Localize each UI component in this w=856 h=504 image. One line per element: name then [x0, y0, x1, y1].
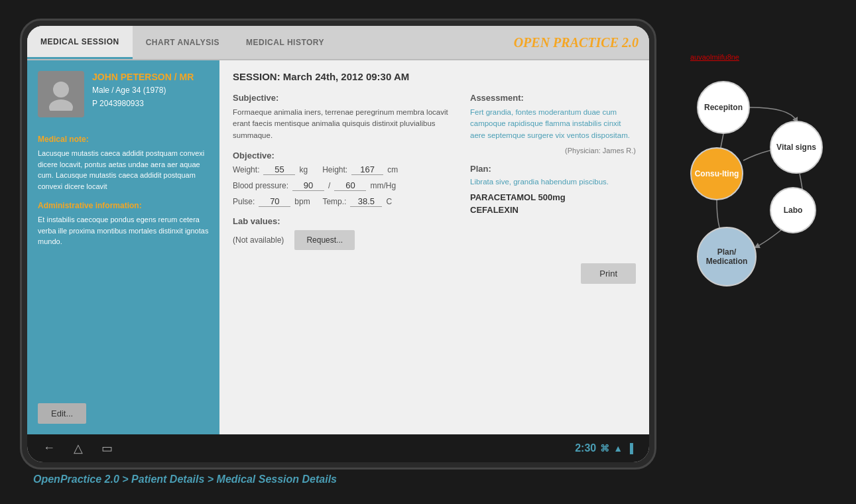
node-consulting[interactable]: Consu-lting: [690, 147, 743, 200]
medication-2: CEFALEXIN: [470, 205, 636, 215]
plan-text: Librata sive, grandia habendum piscibus.: [470, 178, 636, 186]
bp-row: Blood pressure: / mm/Hg: [233, 180, 454, 191]
edit-button[interactable]: Edit...: [38, 403, 86, 424]
medication-1: PARACETAMOL 500mg: [470, 192, 636, 202]
app-title: OPEN PRACTICE 2.0: [514, 26, 649, 59]
flow-link[interactable]: auvaolmiifu8ne: [690, 53, 836, 61]
edit-btn-container: Edit...: [38, 393, 209, 424]
pulse-unit: bpm: [294, 197, 310, 206]
weight-row: Weight: kg Height: cm: [233, 164, 454, 175]
tab-medical-session[interactable]: MEDICAL SESSION: [27, 26, 133, 59]
assessment-text: Fert grandia, fontes moderantum duae cum…: [470, 107, 636, 141]
bottom-row: Print: [233, 263, 636, 284]
objective-section: Objective: Weight: kg Height: cm: [233, 151, 454, 207]
node-labo[interactable]: Labo: [770, 187, 816, 233]
physician-note: (Physician: James R.): [470, 147, 636, 155]
node-reception[interactable]: Recepiton: [697, 81, 750, 134]
left-panel: JOHN PETERSON / MR Male / Age 34 (1978) …: [27, 60, 219, 434]
session-content: Subjective: Formaeque animalia iners, te…: [233, 93, 636, 250]
bp-label: Blood pressure:: [233, 181, 288, 190]
plan-heading: Plan:: [470, 164, 636, 174]
medical-note-label: Medical note:: [38, 135, 209, 144]
session-right-col: Assessment: Fert grandia, fontes moderan…: [470, 93, 636, 250]
tab-bar: MEDICAL SESSION CHART ANALYSIS MEDICAL H…: [27, 26, 649, 60]
right-panel: SESSION: March 24th, 2012 09:30 AM Subje…: [219, 60, 649, 434]
tab-chart-analysis[interactable]: CHART ANALYSIS: [133, 26, 233, 59]
time-display: 2:30: [575, 442, 596, 454]
request-button[interactable]: Request...: [294, 230, 355, 250]
lab-values-status: (Not available): [233, 235, 284, 245]
bp-diastolic-input[interactable]: [334, 180, 366, 191]
tab-medical-history[interactable]: MEDICAL HISTORY: [233, 26, 337, 59]
signal-icon: ▲: [613, 443, 623, 454]
lab-values-section: Lab values: (Not available) Request...: [233, 216, 454, 250]
patient-header: JOHN PETERSON / MR Male / Age 34 (1978) …: [38, 71, 209, 117]
lab-values-row: (Not available) Request...: [233, 230, 454, 250]
weight-label: Weight:: [233, 165, 259, 174]
assessment-heading: Assessment:: [470, 93, 636, 103]
nav-icons: ← △ ▭: [43, 441, 113, 456]
admin-info-label: Administrative information:: [38, 201, 209, 210]
patient-info: JOHN PETERSON / MR Male / Age 34 (1978) …: [92, 71, 209, 108]
pulse-label: Pulse:: [233, 197, 255, 206]
weight-unit: kg: [299, 165, 308, 174]
objective-heading: Objective:: [233, 151, 454, 160]
weight-input[interactable]: [263, 164, 295, 175]
patient-name: JOHN PETERSON / MR: [92, 71, 209, 83]
session-left-col: Subjective: Formaeque animalia iners, te…: [233, 93, 454, 250]
battery-icon: ▐: [627, 443, 633, 454]
lab-values-heading: Lab values:: [233, 216, 454, 226]
recent-icon[interactable]: ▭: [101, 441, 113, 456]
node-vital-signs[interactable]: Vital signs: [770, 121, 823, 174]
svg-point-0: [53, 82, 69, 97]
subjective-text: Formaeque animalia iners, terrenae pereg…: [233, 107, 454, 141]
tablet-screen: MEDICAL SESSION CHART ANALYSIS MEDICAL H…: [27, 26, 649, 462]
wifi-icon: ⌘: [600, 443, 609, 454]
temp-label: Temp.:: [322, 197, 346, 206]
android-nav-bar: ← △ ▭ 2:30 ⌘ ▲ ▐: [27, 434, 649, 462]
tablet-frame: MEDICAL SESSION CHART ANALYSIS MEDICAL H…: [20, 19, 656, 470]
bp-separator: /: [328, 181, 330, 190]
height-label: Height:: [322, 165, 347, 174]
pulse-input[interactable]: [259, 196, 290, 207]
print-button[interactable]: Print: [581, 263, 636, 284]
avatar: [38, 71, 84, 117]
session-title: SESSION: March 24th, 2012 09:30 AM: [233, 71, 636, 82]
back-icon[interactable]: ←: [43, 441, 55, 456]
status-bar: 2:30 ⌘ ▲ ▐: [575, 442, 633, 454]
breadcrumb: OpenPractice 2.0 > Patient Details > Med…: [33, 473, 337, 485]
svg-point-1: [49, 99, 73, 111]
patient-phone: P 2043980933: [92, 99, 209, 108]
home-icon[interactable]: △: [74, 441, 83, 456]
height-unit: cm: [387, 165, 398, 174]
temp-unit: C: [386, 197, 392, 206]
main-content: JOHN PETERSON / MR Male / Age 34 (1978) …: [27, 60, 649, 434]
subjective-heading: Subjective:: [233, 93, 454, 103]
flow-nodes: Recepiton Consu-lting Vital signs Labo P…: [690, 81, 823, 293]
pulse-row: Pulse: bpm Temp.: C: [233, 196, 454, 207]
bp-systolic-input[interactable]: [292, 180, 324, 191]
flow-diagram: auvaolmiifu8ne Recepiton C: [690, 53, 836, 293]
bp-unit: mm/Hg: [370, 181, 396, 190]
height-input[interactable]: [351, 164, 383, 175]
admin-info-text: Et instabilis caecoque pondus egens reru…: [38, 214, 209, 247]
node-plan-medication[interactable]: Plan/ Medication: [697, 227, 757, 286]
temp-input[interactable]: [350, 196, 382, 207]
medical-note-text: Lacusque mutastis caeca addidit postquam…: [38, 148, 209, 192]
patient-demographics: Male / Age 34 (1978): [92, 86, 209, 95]
